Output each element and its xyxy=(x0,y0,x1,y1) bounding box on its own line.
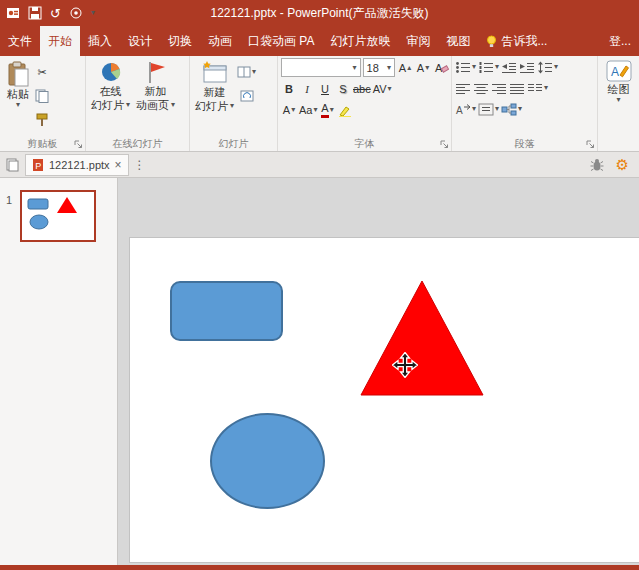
app-icon xyxy=(6,6,20,20)
dropdown-caret-icon: ▾ xyxy=(495,63,499,71)
letter-a-glyph: A xyxy=(417,62,424,74)
new-animation-page-button[interactable]: 新加 动画页▾ xyxy=(133,59,178,136)
scissors-icon: ✂ xyxy=(37,66,46,79)
font-size-combo[interactable]: 18 ▾ xyxy=(363,58,395,77)
document-tab-filename: 122121.pptx xyxy=(49,159,110,171)
status-bar xyxy=(0,565,639,570)
tab-insert[interactable]: 插入 xyxy=(80,26,120,56)
tab-menu-kebab-icon[interactable]: ⋮ xyxy=(134,159,146,171)
close-tab-icon[interactable]: × xyxy=(115,159,122,171)
decrease-indent-icon xyxy=(501,61,517,74)
tab-slideshow[interactable]: 幻灯片放映 xyxy=(322,26,398,56)
bullet-list-icon xyxy=(455,61,471,74)
slide-thumbnail-preview xyxy=(22,192,94,240)
align-right-button[interactable] xyxy=(491,79,507,97)
tab-file[interactable]: 文件 xyxy=(0,26,40,56)
convert-smartart-button[interactable]: ▾ xyxy=(501,100,522,118)
dropdown-caret-icon: ▾ xyxy=(353,64,357,72)
text-fill-button[interactable]: A▾ xyxy=(281,101,297,119)
rounded-rectangle-shape[interactable] xyxy=(170,281,283,341)
paragraph-dialog-launcher-icon[interactable] xyxy=(586,140,595,149)
paste-button[interactable]: 粘贴 ▾ xyxy=(2,59,34,136)
smartart-icon xyxy=(501,103,517,116)
character-spacing-button[interactable]: AV▾ xyxy=(373,80,392,98)
change-case-button[interactable]: Aa▾ xyxy=(299,101,317,119)
tab-login[interactable]: 登... xyxy=(601,26,639,56)
plugin-bug-icon[interactable] xyxy=(590,158,604,172)
dropdown-caret-icon: ▾ xyxy=(544,84,548,92)
svg-text:P: P xyxy=(35,160,41,170)
touch-mode-icon[interactable] xyxy=(69,6,83,20)
slide-canvas[interactable] xyxy=(118,178,639,565)
columns-button[interactable]: ▾ xyxy=(527,79,548,97)
paragraph-group-label: 段落 xyxy=(452,139,597,149)
clear-formatting-button[interactable]: A xyxy=(433,59,449,77)
copy-icon xyxy=(35,89,49,103)
slide-layout-button[interactable]: ▾ xyxy=(237,63,256,81)
dropdown-caret-icon: ▾ xyxy=(330,106,334,114)
strikethrough-button[interactable]: abc xyxy=(353,80,371,98)
tabsrow-spacer xyxy=(555,26,601,56)
drawing-group: A 绘图 ▾ xyxy=(598,56,639,151)
format-painter-button[interactable] xyxy=(34,111,50,129)
qat-customize-caret-icon[interactable]: ▾ xyxy=(91,9,95,17)
dropdown-caret-icon: ▾ xyxy=(472,63,476,71)
new-slide-label-line2: 幻灯片 xyxy=(195,99,228,113)
cut-button[interactable]: ✂ xyxy=(34,63,50,81)
font-name-combo[interactable]: ▾ xyxy=(281,58,361,77)
document-tab[interactable]: P 122121.pptx × xyxy=(25,154,129,176)
tab-view[interactable]: 视图 xyxy=(438,26,478,56)
settings-gear-icon[interactable]: ⚙ xyxy=(616,157,629,172)
tab-design[interactable]: 设计 xyxy=(120,26,160,56)
text-shadow-button[interactable]: S xyxy=(335,80,351,98)
dropdown-caret-icon: ▾ xyxy=(616,96,620,104)
slide-reset-button[interactable] xyxy=(239,87,255,105)
font-color-button[interactable]: A▾ xyxy=(319,101,335,119)
bullets-button[interactable]: ▾ xyxy=(455,58,476,76)
undo-icon[interactable]: ↺ xyxy=(50,7,61,20)
align-center-button[interactable] xyxy=(473,79,489,97)
columns-icon xyxy=(527,82,543,95)
decrease-indent-button[interactable] xyxy=(501,58,517,76)
font-size-value: 18 xyxy=(367,62,379,74)
ellipse-shape[interactable] xyxy=(210,413,325,509)
thumb-ellipse-shape xyxy=(30,215,48,229)
numbering-button[interactable]: ▾ xyxy=(478,58,499,76)
document-tab-bar: P 122121.pptx × ⋮ ⚙ xyxy=(0,152,639,178)
tab-home[interactable]: 开始 xyxy=(40,26,80,56)
justify-button[interactable] xyxy=(509,79,525,97)
tab-pocket-animation[interactable]: 口袋动画 PA xyxy=(240,26,322,56)
slides-group: 新建 幻灯片▾ ▾ 幻灯片 xyxy=(190,56,278,151)
slide-number: 1 xyxy=(6,194,12,206)
copy-button[interactable] xyxy=(34,87,50,105)
italic-button[interactable]: I xyxy=(299,80,315,98)
slide-thumbnail[interactable] xyxy=(20,190,96,242)
decrease-font-size-button[interactable]: A▾ xyxy=(415,59,431,77)
line-spacing-button[interactable]: ▾ xyxy=(537,58,558,76)
highlight-button[interactable] xyxy=(337,101,353,119)
save-icon[interactable] xyxy=(28,6,42,20)
underline-button[interactable]: U xyxy=(317,80,333,98)
slide[interactable] xyxy=(130,238,639,562)
increase-font-size-button[interactable]: A▴ xyxy=(397,59,413,77)
online-slides-button[interactable]: 在线 幻灯片▾ xyxy=(88,59,133,136)
clipboard-dialog-launcher-icon[interactable] xyxy=(74,140,83,149)
bold-button[interactable]: B xyxy=(281,80,297,98)
tab-transitions[interactable]: 切换 xyxy=(160,26,200,56)
triangle-shape[interactable] xyxy=(358,278,486,398)
drawing-button[interactable]: A 绘图 ▾ xyxy=(603,59,635,136)
online-slides-group-label: 在线幻灯片 xyxy=(86,139,189,149)
tab-tell-me[interactable]: 告诉我... xyxy=(478,26,555,56)
align-left-button[interactable] xyxy=(455,79,471,97)
text-direction-button[interactable]: A▾ xyxy=(455,100,476,118)
tab-tell-me-label: 告诉我... xyxy=(501,33,547,50)
align-right-icon xyxy=(491,82,507,95)
tab-review[interactable]: 审阅 xyxy=(398,26,438,56)
font-dialog-launcher-icon[interactable] xyxy=(440,140,449,149)
align-text-button[interactable]: ▾ xyxy=(478,100,499,118)
file-list-icon[interactable] xyxy=(5,158,19,172)
increase-indent-button[interactable] xyxy=(519,58,535,76)
new-slide-button[interactable]: 新建 幻灯片▾ xyxy=(192,59,237,136)
dropdown-caret-icon: ▾ xyxy=(171,101,175,109)
tab-animations[interactable]: 动画 xyxy=(200,26,240,56)
